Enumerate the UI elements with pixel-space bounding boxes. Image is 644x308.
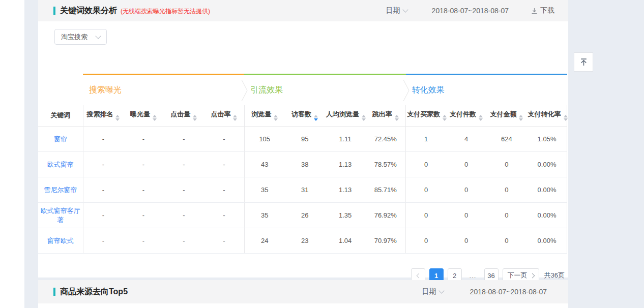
cell: 0 bbox=[486, 177, 526, 203]
keyword-table: 搜索曝光 引流效果 转化效果 bbox=[38, 74, 567, 254]
cell: 0 bbox=[406, 228, 446, 254]
cell: 1.11 bbox=[325, 127, 365, 152]
col-header-search-rank[interactable]: 搜索排名 bbox=[83, 105, 123, 127]
col-header-keyword: 关键词 bbox=[38, 105, 83, 127]
col-header-clicks[interactable]: 点击量 bbox=[164, 105, 204, 127]
date-dropdown[interactable]: 日期 bbox=[386, 6, 407, 15]
cell: 38 bbox=[285, 152, 325, 177]
section1-note: (无线端搜索曝光指标暂无法提供) bbox=[121, 6, 210, 16]
date-range-value[interactable]: 2018-08-07~2018-08-07 bbox=[470, 288, 547, 296]
pagination-total: 共36页 bbox=[544, 271, 565, 280]
table-row: 雪尼尔窗帘 - - - - 35 31 1.13 85.71% 0 0 0 0.… bbox=[38, 177, 567, 203]
col-header-paid-items[interactable]: 支付件数 bbox=[446, 105, 486, 127]
cell: - bbox=[83, 152, 123, 177]
back-to-top-button[interactable] bbox=[574, 52, 593, 72]
cell: 24 bbox=[244, 228, 284, 254]
cell: 70.97% bbox=[365, 228, 405, 254]
cell: 1 bbox=[406, 127, 446, 152]
col-header-paying-buyers[interactable]: 支付买家数 bbox=[406, 105, 446, 127]
date-dropdown[interactable]: 日期 bbox=[422, 287, 444, 296]
col-header-avg-pageviews[interactable]: 人均浏览量 bbox=[325, 105, 365, 127]
cell: 95 bbox=[285, 127, 325, 152]
cell: - bbox=[204, 127, 244, 152]
cell: 0 bbox=[406, 203, 446, 228]
cell: 1.05% bbox=[527, 127, 567, 152]
group-separator-chevron-icon bbox=[403, 79, 409, 102]
sort-icon[interactable] bbox=[395, 115, 399, 121]
keyword-link[interactable]: 欧式窗帘 bbox=[47, 161, 74, 168]
date-dropdown-label: 日期 bbox=[386, 6, 400, 15]
cell: 0 bbox=[406, 177, 446, 203]
cell: 0 bbox=[486, 203, 526, 228]
cell: 624 bbox=[486, 127, 526, 152]
section1-title: 关键词效果分析 bbox=[60, 6, 117, 16]
cell: - bbox=[204, 203, 244, 228]
cell: 0 bbox=[446, 177, 486, 203]
keyword-cell: 窗帘 bbox=[38, 127, 83, 152]
group-separator-chevron-icon bbox=[241, 79, 248, 102]
keyword-link[interactable]: 雪尼尔窗帘 bbox=[44, 186, 77, 194]
keyword-link[interactable]: 窗帘 bbox=[54, 135, 67, 143]
cell: 0 bbox=[446, 152, 486, 177]
sort-icon[interactable] bbox=[519, 115, 523, 121]
keyword-link[interactable]: 窗帘欧式 bbox=[47, 237, 74, 244]
section2-title: 商品来源去向Top5 bbox=[60, 287, 128, 297]
title-accent-bar bbox=[53, 7, 55, 15]
col-header-ctr[interactable]: 点击率 bbox=[204, 105, 244, 127]
chevron-down-icon bbox=[402, 7, 408, 12]
col-header-exposure[interactable]: 曝光量 bbox=[123, 105, 163, 127]
sort-icon[interactable] bbox=[115, 115, 120, 121]
cell: 43 bbox=[244, 152, 284, 177]
cell: 0.00% bbox=[527, 228, 567, 254]
keyword-cell: 欧式窗帘 bbox=[38, 152, 83, 177]
channel-select[interactable]: 淘宝搜索 bbox=[54, 29, 107, 45]
cell: 1.13 bbox=[325, 152, 365, 177]
cell: 31 bbox=[285, 177, 325, 203]
col-header-payment-amount[interactable]: 支付金额 bbox=[486, 105, 526, 127]
group-traffic-effect: 引流效果 bbox=[244, 75, 405, 105]
keyword-link[interactable]: 欧式窗帘客厅著 bbox=[41, 207, 80, 224]
chevron-down-icon bbox=[95, 33, 101, 39]
keyword-analysis-card: 关键词效果分析 (无线端搜索曝光指标暂无法提供) 日期 2018-08-07~2… bbox=[38, 0, 568, 278]
sort-icon[interactable] bbox=[443, 115, 447, 121]
chevron-left-icon bbox=[416, 273, 421, 278]
group-label: 搜索曝光 bbox=[89, 85, 122, 94]
sort-icon[interactable] bbox=[274, 115, 278, 121]
pagination-next-label: 下一页 bbox=[508, 271, 528, 280]
cell: - bbox=[123, 177, 163, 203]
table-row: 窗帘欧式 - - - - 24 23 1.04 70.97% 0 0 0 0.0… bbox=[38, 228, 567, 254]
col-header-pageviews[interactable]: 浏览量 bbox=[244, 105, 284, 127]
sort-icon[interactable] bbox=[233, 115, 237, 121]
cell: - bbox=[164, 203, 204, 228]
arrow-up-to-line-icon bbox=[579, 58, 588, 67]
cell: - bbox=[83, 228, 123, 254]
col-header-bounce-rate[interactable]: 跳出率 bbox=[365, 105, 405, 127]
cell: 85.71% bbox=[365, 177, 405, 203]
cell: 0 bbox=[446, 228, 486, 254]
cell: - bbox=[164, 228, 204, 254]
col-header-payment-conversion[interactable]: 支付转化率 bbox=[527, 105, 567, 127]
sort-icon[interactable] bbox=[153, 115, 157, 121]
sort-icon[interactable] bbox=[479, 115, 483, 121]
cell: 105 bbox=[244, 127, 284, 152]
cell: 1.35 bbox=[325, 203, 365, 228]
cell: - bbox=[164, 127, 204, 152]
sort-icon-active[interactable] bbox=[314, 115, 318, 121]
sort-icon[interactable] bbox=[564, 115, 568, 121]
cell: 23 bbox=[285, 228, 325, 254]
cell: 0 bbox=[446, 203, 486, 228]
cell: 0 bbox=[406, 152, 446, 177]
cell: - bbox=[123, 152, 163, 177]
sort-icon[interactable] bbox=[193, 115, 197, 121]
sort-icon[interactable] bbox=[362, 115, 366, 121]
section1-body: 淘宝搜索 搜索曝光 bbox=[38, 21, 568, 278]
date-range-value[interactable]: 2018-08-07~2018-08-07 bbox=[432, 7, 509, 15]
cell: - bbox=[123, 228, 163, 254]
page-left-gutter bbox=[0, 0, 24, 308]
group-search-exposure: 搜索曝光 bbox=[83, 75, 244, 105]
cell: 0 bbox=[486, 152, 526, 177]
chevron-down-icon bbox=[438, 288, 444, 293]
download-button[interactable]: 下载 bbox=[531, 6, 554, 15]
cell: 78.57% bbox=[365, 152, 405, 177]
col-header-visitors[interactable]: 访客数 bbox=[285, 105, 325, 127]
